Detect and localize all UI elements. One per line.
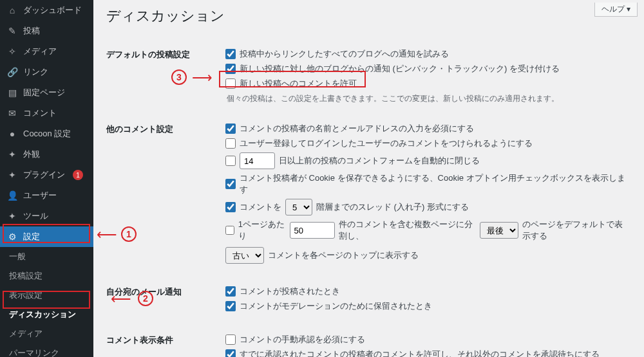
sidebar-item-posts[interactable]: ✎ 投稿 <box>0 21 93 41</box>
cocoon-icon: ● <box>6 129 18 139</box>
sidebar-item-dashboard[interactable]: ⌂ ダッシュボード <box>0 0 93 21</box>
plugin-icon: ✦ <box>6 170 18 180</box>
opt-require-name-email[interactable]: コメントの投稿者の名前とメールアドレスの入力を必須にする <box>225 123 631 134</box>
sidebar-item-label: Cocoon 設定 <box>23 128 71 140</box>
section-display-heading: コメント表示条件 <box>106 323 225 357</box>
dashboard-icon: ⌂ <box>6 5 18 15</box>
sidebar-item-cocoon[interactable]: ● Cocoon 設定 <box>0 124 93 144</box>
section-default-post-heading: デフォルトの投稿設定 <box>106 37 225 112</box>
sidebar-item-label: ユーザー <box>23 190 57 201</box>
checkbox-require-login[interactable] <box>225 138 236 149</box>
sidebar-item-label: メディア <box>23 46 57 57</box>
sidebar-item-label: 固定ページ <box>23 87 65 98</box>
label-text: のページをデフォルトで表示する <box>522 219 631 242</box>
select-order[interactable]: 古い <box>225 247 264 264</box>
link-icon: 🔗 <box>6 67 18 77</box>
checkbox-paginate[interactable] <box>225 225 234 235</box>
label-text: 件のコメントを含む複数ページに分割し、 <box>339 219 477 242</box>
opt-cookie-optin[interactable]: コメント投稿者が Cookie を保存できるようにする、Cookie オプトイン… <box>225 172 631 196</box>
comment-icon: ✉ <box>6 108 18 118</box>
label-text: コメントが投稿されたとき <box>240 286 340 297</box>
media-icon: ✧ <box>6 46 18 57</box>
sidebar-item-label: プラグイン <box>23 169 65 181</box>
label-text: コメント投稿者が Cookie を保存できるようにする、Cookie オプトイン… <box>240 172 631 196</box>
sidebar-item-label: リンク <box>23 66 48 78</box>
checkbox-close-old[interactable] <box>225 156 236 166</box>
help-tab[interactable]: ヘルプ ▾ <box>594 3 638 17</box>
checkbox-pingback-send[interactable] <box>225 49 236 59</box>
sidebar-item-plugins[interactable]: ✦ プラグイン 1 <box>0 165 93 185</box>
sidebar-item-label: 外観 <box>23 149 40 160</box>
label-text: コメントの手動承認を必須にする <box>240 334 365 345</box>
checkbox-pingback-receive[interactable] <box>225 64 236 74</box>
input-per-page[interactable] <box>290 222 335 239</box>
opt-pingback-receive[interactable]: 新しい投稿に対し他のブログからの通知 (ピンバック・トラックバック) を受け付け… <box>225 63 631 75</box>
sidebar-sub-reading[interactable]: 表示設定 <box>0 286 93 305</box>
select-thread-depth[interactable]: 5 <box>285 199 312 215</box>
opt-mail-moderation[interactable]: コメントがモデレーションのために保留されたとき <box>225 300 631 312</box>
checkbox-mail-moderation[interactable] <box>225 301 236 311</box>
label-text: ユーザー登録してログインしたユーザーのみコメントをつけられるようにする <box>240 138 533 149</box>
page-icon: ▤ <box>6 87 18 98</box>
plugin-update-badge: 1 <box>73 170 83 180</box>
page-title: ディスカッション <box>106 6 631 26</box>
label-text: 日以上前の投稿のコメントフォームを自動的に閉じる <box>279 155 480 167</box>
checkbox-prev-approved[interactable] <box>225 349 236 357</box>
sidebar-item-links[interactable]: 🔗 リンク <box>0 62 93 82</box>
opt-order[interactable]: 古い コメントを各ページのトップに表示する <box>225 247 631 264</box>
label-text: 階層までのスレッド (入れ子) 形式にする <box>316 201 469 213</box>
sidebar-item-settings[interactable]: ⚙ 設定 <box>0 226 93 247</box>
sidebar-item-label: ダッシュボード <box>23 5 82 16</box>
sidebar-item-tools[interactable]: ✦ ツール <box>0 206 93 226</box>
select-default-page[interactable]: 最後 <box>480 222 518 239</box>
sidebar-sub-permalinks[interactable]: パーマリンク <box>0 343 93 357</box>
input-close-days[interactable] <box>240 152 275 169</box>
section-mail-heading: 自分宛のメール通知 <box>106 275 225 323</box>
opt-manual-approve[interactable]: コメントの手動承認を必須にする <box>225 334 631 345</box>
label-text: 新しい投稿に対し他のブログからの通知 (ピンバック・トラックバック) を受け付け… <box>240 63 560 75</box>
sidebar-item-label: ツール <box>23 210 48 222</box>
gear-icon: ⚙ <box>6 232 18 242</box>
sidebar-item-users[interactable]: 👤 ユーザー <box>0 185 93 206</box>
opt-mail-posted[interactable]: コメントが投稿されたとき <box>225 286 631 297</box>
opt-thread-depth[interactable]: コメントを 5 階層までのスレッド (入れ子) 形式にする <box>225 199 631 215</box>
sidebar-sub-discussion[interactable]: ディスカッション <box>0 305 93 324</box>
checkbox-cookie-optin[interactable] <box>225 179 236 189</box>
opt-require-login[interactable]: ユーザー登録してログインしたユーザーのみコメントをつけられるようにする <box>225 138 631 149</box>
admin-sidebar: ⌂ ダッシュボード ✎ 投稿 ✧ メディア 🔗 リンク ▤ 固定ページ ✉ コメ… <box>0 0 93 357</box>
settings-content: ヘルプ ▾ ディスカッション デフォルトの投稿設定 投稿中からリンクしたすべての… <box>93 0 644 357</box>
sidebar-item-appearance[interactable]: ✦ 外観 <box>0 144 93 165</box>
sidebar-sub-media[interactable]: メディア <box>0 324 93 343</box>
checkbox-require-name-email[interactable] <box>225 124 236 134</box>
default-post-note: 個々の投稿は、この設定を上書きできます。ここでの変更は、新しい投稿にのみ適用され… <box>227 93 631 104</box>
label-text: 投稿中からリンクしたすべてのブログへの通知を試みる <box>240 48 449 60</box>
checkbox-allow-comments[interactable] <box>225 78 236 89</box>
label-text: すでに承認されたコメントの投稿者のコメントを許可し、それ以外のコメントを承認待ち… <box>240 349 600 357</box>
label-text: コメントを <box>240 201 281 213</box>
checkbox-thread[interactable] <box>225 202 236 212</box>
checkbox-manual-approve[interactable] <box>225 334 236 345</box>
label-text: 1ページあたり <box>238 219 286 242</box>
sidebar-item-label: 投稿 <box>23 25 40 37</box>
opt-close-old[interactable]: 日以上前の投稿のコメントフォームを自動的に閉じる <box>225 152 631 169</box>
sidebar-item-comments[interactable]: ✉ コメント <box>0 103 93 124</box>
brush-icon: ✦ <box>6 149 18 160</box>
sidebar-item-label: 設定 <box>23 231 40 243</box>
opt-prev-approved[interactable]: すでに承認されたコメントの投稿者のコメントを許可し、それ以外のコメントを承認待ち… <box>225 349 631 357</box>
sidebar-item-label: コメント <box>23 107 57 119</box>
sidebar-item-media[interactable]: ✧ メディア <box>0 41 93 62</box>
sidebar-item-pages[interactable]: ▤ 固定ページ <box>0 82 93 103</box>
label-text: コメントを各ページのトップに表示する <box>268 250 419 261</box>
wrench-icon: ✦ <box>6 211 18 221</box>
section-other-heading: 他のコメント設定 <box>106 112 225 275</box>
sidebar-sub-writing[interactable]: 投稿設定 <box>0 266 93 286</box>
checkbox-mail-posted[interactable] <box>225 286 236 297</box>
opt-paginate[interactable]: 1ページあたり 件のコメントを含む複数ページに分割し、 最後 のページをデフォル… <box>225 219 631 242</box>
opt-allow-comments[interactable]: 新しい投稿へのコメントを許可 <box>225 78 631 89</box>
user-icon: 👤 <box>6 190 18 201</box>
pin-icon: ✎ <box>6 26 18 36</box>
label-text: コメントの投稿者の名前とメールアドレスの入力を必須にする <box>240 123 474 134</box>
opt-pingback-send[interactable]: 投稿中からリンクしたすべてのブログへの通知を試みる <box>225 48 631 60</box>
sidebar-sub-general[interactable]: 一般 <box>0 247 93 266</box>
label-text: コメントがモデレーションのために保留されたとき <box>240 300 432 312</box>
